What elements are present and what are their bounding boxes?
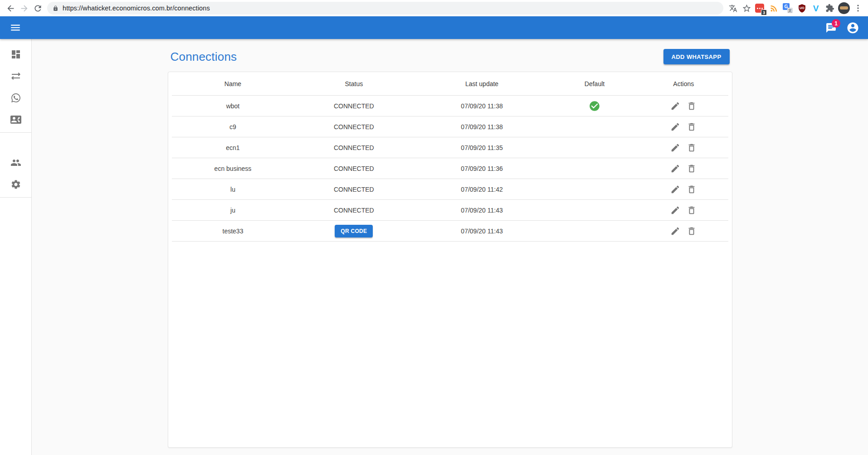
connection-status: CONNECTED bbox=[294, 200, 414, 221]
default-cell bbox=[550, 96, 639, 116]
connections-table-body: wbotCONNECTED07/09/20 11:38c9CONNECTED07… bbox=[172, 96, 728, 242]
connection-name: ju bbox=[172, 200, 294, 221]
ublock-extension-icon[interactable]: UO bbox=[795, 2, 808, 15]
delete-button[interactable] bbox=[685, 224, 698, 238]
lock-icon bbox=[53, 5, 59, 11]
default-cell bbox=[550, 137, 639, 158]
connection-name: lu bbox=[172, 179, 294, 200]
reload-icon bbox=[33, 4, 43, 13]
table-row: wbotCONNECTED07/09/20 11:38 bbox=[172, 96, 728, 116]
edit-button[interactable] bbox=[668, 141, 682, 155]
sidebar-divider bbox=[0, 132, 31, 133]
page-title: Connections bbox=[171, 50, 237, 64]
edit-button[interactable] bbox=[668, 120, 682, 134]
table-row: c9CONNECTED07/09/20 11:38 bbox=[172, 116, 728, 137]
extensions-area: 3 G 文 UO V bbox=[753, 2, 864, 15]
browser-profile-avatar[interactable] bbox=[838, 2, 850, 15]
add-whatsapp-button[interactable]: ADD WHATSAPP bbox=[663, 49, 730, 64]
sidebar-item-dashboard[interactable] bbox=[0, 44, 31, 65]
sidebar-spacer bbox=[0, 135, 31, 152]
bookmark-star-icon[interactable] bbox=[740, 1, 753, 15]
puzzle-extensions-icon[interactable] bbox=[824, 2, 836, 15]
contact-phone-icon bbox=[10, 114, 21, 125]
edit-button[interactable] bbox=[668, 183, 682, 196]
people-icon bbox=[10, 157, 21, 168]
col-header-default: Default bbox=[550, 72, 639, 96]
forward-button[interactable] bbox=[17, 1, 31, 15]
connection-status: CONNECTED bbox=[294, 96, 414, 116]
actions-cell bbox=[639, 158, 728, 179]
last-update: 07/09/20 11:38 bbox=[414, 116, 550, 137]
address-bar[interactable]: https://whaticket.economicros.com.br/con… bbox=[47, 2, 723, 15]
chrome-menu-button[interactable] bbox=[852, 2, 864, 15]
qr-code-button[interactable]: QR CODE bbox=[335, 225, 373, 237]
last-update: 07/09/20 11:42 bbox=[414, 179, 550, 200]
last-update: 07/09/20 11:35 bbox=[414, 137, 550, 158]
page-header: Connections ADD WHATSAPP bbox=[168, 49, 732, 64]
url-text: https://whaticket.economicros.com.br/con… bbox=[63, 5, 210, 12]
actions-cell bbox=[639, 200, 728, 221]
translate-page-icon[interactable] bbox=[726, 1, 740, 15]
last-update: 07/09/20 11:36 bbox=[414, 158, 550, 179]
default-check-icon bbox=[551, 100, 639, 112]
table-row: luCONNECTED07/09/20 11:42 bbox=[172, 179, 728, 200]
table-row: ecn businessCONNECTED07/09/20 11:36 bbox=[172, 158, 728, 179]
v-extension-icon[interactable]: V bbox=[809, 2, 822, 15]
sidebar-item-connections[interactable] bbox=[0, 87, 31, 109]
last-update: 07/09/20 11:43 bbox=[414, 200, 550, 221]
connection-status: CONNECTED bbox=[294, 137, 414, 158]
notifications-button[interactable]: 1 bbox=[822, 19, 840, 37]
rss-extension-icon[interactable] bbox=[767, 2, 780, 15]
connection-name: ecn business bbox=[172, 158, 294, 179]
delete-button[interactable] bbox=[685, 99, 698, 113]
edit-button[interactable] bbox=[668, 162, 682, 175]
ninja-avatar-icon bbox=[838, 2, 850, 14]
main-content: Connections ADD WHATSAPP Name Status Las… bbox=[32, 39, 868, 455]
sidebar-item-users[interactable] bbox=[0, 152, 31, 174]
kebab-menu-icon bbox=[853, 4, 863, 13]
connection-status: CONNECTED bbox=[294, 116, 414, 137]
col-header-name: Name bbox=[172, 72, 294, 96]
menu-button[interactable] bbox=[6, 19, 24, 37]
delete-button[interactable] bbox=[685, 141, 698, 155]
default-cell bbox=[550, 200, 639, 221]
actions-cell bbox=[639, 116, 728, 137]
back-button[interactable] bbox=[4, 1, 17, 15]
delete-button[interactable] bbox=[685, 120, 698, 134]
delete-button[interactable] bbox=[685, 183, 698, 196]
hamburger-icon bbox=[10, 22, 21, 34]
connection-status: CONNECTED bbox=[294, 179, 414, 200]
sidebar-item-contacts[interactable] bbox=[0, 109, 31, 131]
actions-cell bbox=[639, 137, 728, 158]
edit-button[interactable] bbox=[668, 99, 682, 113]
gear-icon bbox=[10, 179, 21, 190]
table-row: ecn1CONNECTED07/09/20 11:35 bbox=[172, 137, 728, 158]
red-extension-icon[interactable]: 3 bbox=[753, 2, 766, 15]
translate-extension-icon[interactable]: G 文 bbox=[781, 2, 794, 15]
delete-button[interactable] bbox=[685, 203, 698, 217]
col-header-status: Status bbox=[294, 72, 414, 96]
col-header-last-update: Last update bbox=[414, 72, 550, 96]
sidebar-item-settings[interactable] bbox=[0, 174, 31, 195]
connection-name: c9 bbox=[172, 116, 294, 137]
default-cell bbox=[550, 158, 639, 179]
app-bar: 1 bbox=[0, 16, 868, 39]
swap-arrows-icon bbox=[10, 71, 21, 82]
reload-button[interactable] bbox=[31, 1, 44, 15]
default-cell bbox=[550, 221, 639, 242]
connection-name: ecn1 bbox=[172, 137, 294, 158]
sidebar bbox=[0, 39, 32, 455]
delete-button[interactable] bbox=[685, 162, 698, 175]
sidebar-item-tickets[interactable] bbox=[0, 65, 31, 87]
actions-cell bbox=[639, 179, 728, 200]
edit-button[interactable] bbox=[668, 224, 682, 238]
default-cell bbox=[550, 116, 639, 137]
browser-toolbar: https://whaticket.economicros.com.br/con… bbox=[0, 0, 868, 16]
extension-badge: 3 bbox=[761, 10, 767, 15]
dashboard-icon bbox=[10, 49, 21, 60]
connection-status: CONNECTED bbox=[294, 158, 414, 179]
last-update: 07/09/20 11:38 bbox=[414, 96, 550, 116]
profile-button[interactable] bbox=[844, 19, 862, 37]
edit-button[interactable] bbox=[668, 203, 682, 217]
account-circle-icon bbox=[846, 21, 859, 34]
